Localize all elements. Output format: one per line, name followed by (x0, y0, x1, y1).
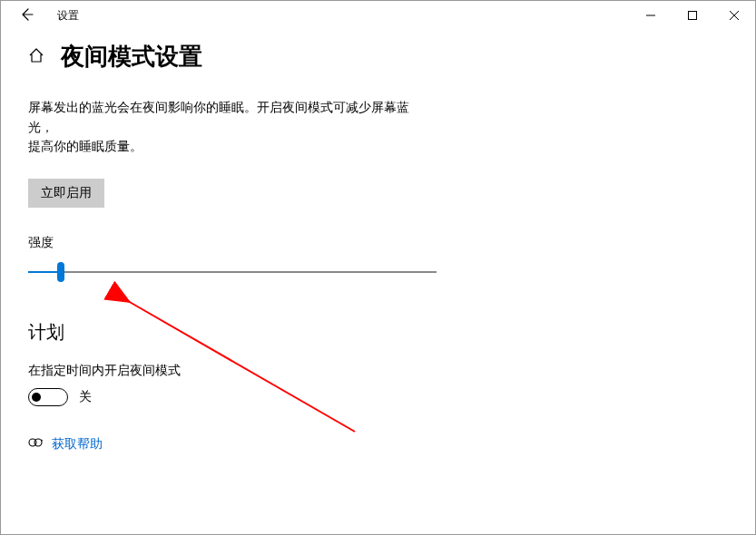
schedule-toggle-label: 在指定时间内开启夜间模式 (28, 363, 728, 379)
maximize-icon (688, 11, 697, 20)
back-button[interactable] (10, 7, 43, 24)
intensity-section: 强度 (28, 235, 728, 280)
schedule-toggle-state: 关 (79, 389, 92, 405)
window-title: 设置 (57, 8, 79, 24)
enable-now-button[interactable]: 立即启用 (28, 179, 104, 208)
settings-window: 设置 (0, 0, 756, 535)
page-description: 屏幕发出的蓝光会在夜间影响你的睡眠。开启夜间模式可减少屏幕蓝光， 提高你的睡眠质… (28, 98, 418, 157)
slider-track (28, 271, 437, 273)
intensity-label: 强度 (28, 235, 728, 251)
description-line1: 屏幕发出的蓝光会在夜间影响你的睡眠。开启夜间模式可减少屏幕蓝光， (28, 100, 409, 134)
toggle-knob (32, 393, 41, 402)
maximize-button[interactable] (672, 1, 713, 30)
description-line2: 提高你的睡眠质量。 (28, 139, 142, 153)
svg-rect-1 (689, 12, 697, 20)
svg-point-5 (34, 439, 42, 446)
home-icon[interactable] (28, 47, 44, 66)
slider-fill (28, 271, 61, 273)
schedule-toggle-row: 关 (28, 388, 728, 406)
slider-thumb[interactable] (57, 262, 64, 282)
minimize-icon (646, 11, 655, 20)
minimize-button[interactable] (630, 1, 672, 30)
close-icon (730, 11, 739, 20)
intensity-slider[interactable] (28, 264, 437, 280)
page-header: 夜间模式设置 (28, 41, 728, 73)
help-link[interactable]: 获取帮助 (28, 435, 728, 452)
schedule-title: 计划 (28, 320, 728, 345)
schedule-section: 计划 在指定时间内开启夜间模式 关 (28, 320, 728, 406)
schedule-toggle[interactable] (28, 388, 68, 406)
help-icon (28, 435, 43, 452)
page-content: 夜间模式设置 屏幕发出的蓝光会在夜间影响你的睡眠。开启夜间模式可减少屏幕蓝光， … (1, 30, 755, 452)
page-title: 夜间模式设置 (61, 41, 202, 73)
close-button[interactable] (713, 1, 755, 30)
help-link-label: 获取帮助 (52, 436, 103, 452)
arrow-left-icon (19, 7, 34, 22)
titlebar-controls (630, 1, 755, 30)
titlebar: 设置 (1, 1, 755, 30)
titlebar-left: 设置 (1, 7, 79, 24)
